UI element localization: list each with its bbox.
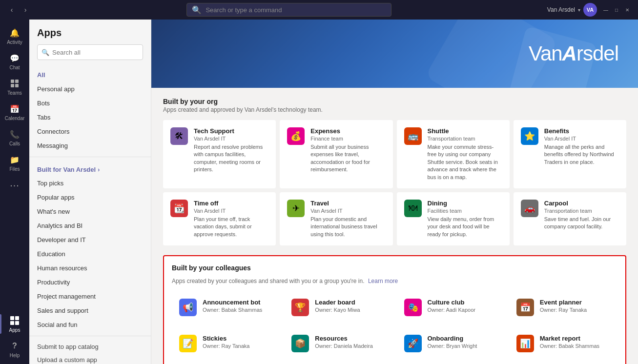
sidebar-item-calendar[interactable]: 📅 Calendar bbox=[0, 100, 29, 125]
app-owner: Owner: Babak Shammas bbox=[203, 307, 273, 313]
sidebar-item-activity[interactable]: 🔔 Activity bbox=[0, 23, 29, 49]
app-card-tech-support[interactable]: 🛠 Tech Support Van Arsdel IT Report and … bbox=[163, 120, 276, 188]
icon-sidebar: 🔔 Activity 💬 Chat Teams 📅 Calendar 📞 Cal… bbox=[0, 20, 29, 364]
nav-item-sales-support[interactable]: Sales and support bbox=[29, 303, 151, 318]
app-icon: 📝 bbox=[179, 335, 197, 352]
app-card-time-off[interactable]: 📆 Time off Van Arsdel IT Plan your time … bbox=[163, 192, 276, 245]
app-card-market-report[interactable]: 📊 Market report Owner: Babak Shammas bbox=[509, 327, 617, 360]
maximize-button[interactable]: □ bbox=[612, 5, 621, 15]
nav-item-label: Productivity bbox=[37, 279, 70, 286]
minimize-button[interactable]: — bbox=[601, 5, 611, 15]
sidebar-item-files[interactable]: 📁 Files bbox=[0, 150, 29, 176]
sidebar-item-teams[interactable]: Teams bbox=[0, 74, 29, 100]
app-info: Tech Support Van Arsdel IT Report and re… bbox=[194, 127, 268, 181]
forward-button[interactable]: › bbox=[20, 4, 31, 16]
built-by-org-section: Built by your org Apps created and appro… bbox=[163, 98, 626, 245]
app-info: Expenses Finance team Submit all your bu… bbox=[310, 127, 385, 181]
built-by-org-grid: 🛠 Tech Support Van Arsdel IT Report and … bbox=[163, 120, 626, 245]
svg-rect-5 bbox=[15, 316, 19, 320]
title-bar-left: ‹ › bbox=[6, 4, 31, 16]
window-controls: — □ ✕ bbox=[601, 5, 632, 15]
app-name: Leader board bbox=[315, 299, 385, 306]
app-info: Leader board Owner: Kayo Miwa bbox=[315, 299, 385, 316]
app-name: Event planner bbox=[540, 299, 610, 306]
app-owner: Facilities team bbox=[428, 208, 502, 214]
help-icon: ? bbox=[9, 341, 20, 351]
upload-custom-app-link[interactable]: Upload a custom app bbox=[29, 353, 151, 364]
app-owner: Owner: Aadi Kapoor bbox=[428, 307, 498, 313]
sidebar-item-help[interactable]: ? Help bbox=[0, 337, 29, 364]
nav-item-human-resources[interactable]: Human resources bbox=[29, 261, 151, 275]
app-card-carpool[interactable]: 🚗 Carpool Transportation team Save time … bbox=[514, 192, 626, 245]
nav-item-label: What's new bbox=[37, 208, 70, 215]
app-icon: 📦 bbox=[291, 335, 309, 352]
app-owner: Owner: Ray Tanaka bbox=[540, 307, 610, 313]
nav-item-top-picks[interactable]: Top picks bbox=[29, 176, 151, 190]
nav-item-connectors[interactable]: Connectors bbox=[29, 124, 151, 139]
nav-item-developer-it[interactable]: Developer and IT bbox=[29, 233, 151, 247]
nav-item-popular-apps[interactable]: Popular apps bbox=[29, 190, 151, 204]
built-for-label[interactable]: Built for Van Arsdel › bbox=[29, 161, 151, 176]
chevron-right-icon: › bbox=[98, 166, 100, 173]
nav-item-label: Analytics and BI bbox=[37, 222, 82, 229]
nav-item-personal-app[interactable]: Personal app bbox=[29, 82, 151, 96]
content-area: VanArsdel Built by your org Apps created… bbox=[151, 20, 638, 364]
app-info: Dining Facilities team View daily menu, … bbox=[428, 200, 502, 238]
nav-item-messaging[interactable]: Messaging bbox=[29, 139, 151, 153]
search-all-icon: 🔍 bbox=[41, 49, 49, 56]
app-owner: Finance team bbox=[310, 136, 385, 142]
app-info: Event planner Owner: Ray Tanaka bbox=[540, 299, 610, 316]
app-card-stickies[interactable]: 📝 Stickies Owner: Ray Tanaka bbox=[172, 327, 280, 360]
nav-item-social-fun[interactable]: Social and fun bbox=[29, 318, 151, 332]
nav-item-label: Popular apps bbox=[37, 194, 75, 201]
nav-item-label: Education bbox=[37, 250, 65, 258]
global-search[interactable]: 🔍 bbox=[186, 3, 391, 17]
apps-icon bbox=[9, 315, 20, 326]
nav-controls: ‹ › bbox=[6, 4, 31, 16]
app-owner: Van Arsdel IT bbox=[310, 208, 385, 214]
nav-item-label: Social and fun bbox=[37, 321, 77, 328]
app-card-leader-board[interactable]: 🏆 Leader board Owner: Kayo Miwa bbox=[284, 291, 392, 324]
nav-item-project-management[interactable]: Project management bbox=[29, 289, 151, 303]
app-card-event-planner[interactable]: 📅 Event planner Owner: Ray Tanaka bbox=[509, 291, 617, 324]
files-icon: 📁 bbox=[9, 154, 20, 165]
nav-item-tabs[interactable]: Tabs bbox=[29, 110, 151, 124]
nav-item-label: Messaging bbox=[37, 142, 68, 149]
app-icon: 💰 bbox=[287, 127, 305, 145]
nav-item-label: Tabs bbox=[37, 114, 50, 121]
nav-item-all[interactable]: All bbox=[29, 68, 151, 82]
app-card-resources[interactable]: 📦 Resources Owner: Daniela Madeira bbox=[284, 327, 392, 360]
sidebar-item-apps[interactable]: Apps bbox=[0, 311, 29, 337]
submit-to-catalog-link[interactable]: Submit to app catalog bbox=[29, 340, 151, 353]
nav-item-label: Sales and support bbox=[37, 307, 88, 314]
sidebar-item-label: Calendar bbox=[5, 116, 25, 121]
app-icon: 🚗 bbox=[521, 200, 538, 217]
nav-item-analytics-bi[interactable]: Analytics and BI bbox=[29, 219, 151, 233]
app-icon: ⭐ bbox=[521, 127, 538, 145]
sidebar-item-calls[interactable]: 📞 Calls bbox=[0, 125, 29, 150]
close-button[interactable]: ✕ bbox=[622, 5, 632, 15]
sidebar-item-chat[interactable]: 💬 Chat bbox=[0, 49, 29, 74]
nav-item-education[interactable]: Education bbox=[29, 247, 151, 261]
back-button[interactable]: ‹ bbox=[6, 4, 18, 16]
app-info: Culture club Owner: Aadi Kapoor bbox=[428, 299, 498, 316]
app-card-shuttle[interactable]: 🚌 Shuttle Transportation team Make your … bbox=[397, 120, 510, 188]
nav-item-productivity[interactable]: Productivity bbox=[29, 275, 151, 289]
app-card-announcement-bot[interactable]: 📢 Announcement bot Owner: Babak Shammas bbox=[172, 291, 280, 324]
search-input[interactable] bbox=[206, 6, 386, 14]
app-card-expenses[interactable]: 💰 Expenses Finance team Submit all your … bbox=[280, 120, 392, 188]
app-card-culture-club[interactable]: 🎭 Culture club Owner: Aadi Kapoor bbox=[397, 291, 505, 324]
app-card-dining[interactable]: 🍽 Dining Facilities team View daily menu… bbox=[397, 192, 510, 245]
search-all-container[interactable]: 🔍 bbox=[37, 44, 143, 60]
app-name: Tech Support bbox=[194, 127, 268, 135]
nav-item-whats-new[interactable]: What's new bbox=[29, 204, 151, 219]
app-card-travel[interactable]: ✈ Travel Van Arsdel IT Plan your domesti… bbox=[280, 192, 392, 245]
app-name: Shuttle bbox=[428, 127, 502, 135]
nav-item-bots[interactable]: Bots bbox=[29, 96, 151, 110]
sidebar-item-more[interactable]: ··· bbox=[0, 176, 29, 194]
learn-more-link[interactable]: Learn more bbox=[368, 278, 398, 284]
apps-content: Built by your org Apps created and appro… bbox=[151, 88, 638, 364]
app-card-onboarding[interactable]: 🚀 Onboarding Owner: Bryan Wright bbox=[397, 327, 505, 360]
search-all-input[interactable] bbox=[52, 49, 139, 56]
app-card-benefits[interactable]: ⭐ Benefits Van Arsdel IT Manage all the … bbox=[514, 120, 626, 188]
